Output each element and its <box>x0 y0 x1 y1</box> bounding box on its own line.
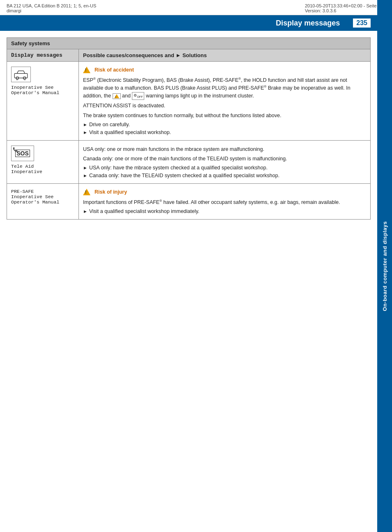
col2-header: Possible causes/consequences and ► Solut… <box>79 49 371 62</box>
row1-bullet1-text: Drive on carefully. <box>89 122 130 127</box>
sidebar-tab: On-board computer and displays <box>377 0 392 532</box>
main-table: Safety systems Display messages Possible… <box>7 37 371 220</box>
row1-para3: The brake system continues to function n… <box>83 112 366 120</box>
column-header-row: Display messages Possible causes/consequ… <box>7 49 371 62</box>
row2-bullet2: ► Canada only: have the TELEAID system c… <box>83 173 366 178</box>
car-icon <box>13 68 29 81</box>
table-row: PRE-SAFE Inoperative See Operator's Manu… <box>7 184 371 220</box>
risk-accident-heading: Risk of accident <box>83 67 366 73</box>
inline-triangle-icon <box>114 94 119 98</box>
bullet-arrow-icon: ► <box>83 165 88 170</box>
table-row: Inoperative See Operator's Manual Risk o… <box>7 62 371 141</box>
row1-right: Risk of accident ESP® (Electronic Stabil… <box>79 62 371 141</box>
bullet-arrow-icon: ► <box>83 209 88 214</box>
row1-para2: ATTENTION ASSIST is deactivated. <box>83 102 366 110</box>
risk-injury-label: Risk of injury <box>95 189 127 195</box>
header-right-line2: Version: 3.0.3.6 <box>305 8 385 13</box>
row3-label: PRE-SAFE Inoperative See Operator's Manu… <box>11 189 74 205</box>
row2-left: 📞 SOS Tele Aid Inoperative <box>7 140 79 184</box>
bullet-arrow-icon: ► <box>83 173 88 178</box>
row2-right: USA only: one or more main functions in … <box>79 140 371 184</box>
row2-bullet1: ► USA only: have the mbrace system check… <box>83 165 366 171</box>
bullet-arrow-icon: ► <box>83 122 88 127</box>
inline-warn-icon <box>113 93 121 99</box>
risk-injury-heading: Risk of injury <box>83 189 366 195</box>
car-icon-box <box>11 67 31 82</box>
page-header: BA 212 USA, CA Edition B 2011; 1; 5, en-… <box>0 0 392 15</box>
row2-para2: Canada only: one or more of the main fun… <box>83 155 366 163</box>
sidebar-tab-label: On-board computer and displays <box>382 221 388 311</box>
phone-icon: 📞 <box>13 147 18 152</box>
warning-triangle-icon <box>83 189 90 195</box>
row2-bullet2-text: Canada only: have the TELEAID system che… <box>89 173 279 178</box>
header-right: 2010-05-20T13:33:46+02:00 - Seite 235 Ve… <box>305 3 385 13</box>
row1-label: Inoperative See Operator's Manual <box>11 85 74 95</box>
page-title-bar: Display messages 235 <box>0 15 377 31</box>
col1-header: Display messages <box>7 49 79 62</box>
row2-label: Tele Aid Inoperative <box>11 164 74 174</box>
section-header-cell: Safety systems <box>7 38 371 49</box>
sos-icon-box: 📞 SOS <box>11 146 34 161</box>
row2-para1: USA only: one or more main functions in … <box>83 146 366 153</box>
row3-right: Risk of injury Important functions of PR… <box>79 184 371 220</box>
row1-left: Inoperative See Operator's Manual <box>7 62 79 141</box>
header-right-line1: 2010-05-20T13:33:46+02:00 - Seite 235 <box>305 3 385 8</box>
row3-bullet1-text: Visit a qualified specialist workshop im… <box>89 208 199 214</box>
risk-accident-label: Risk of accident <box>95 67 134 73</box>
main-content: Safety systems Display messages Possible… <box>7 37 371 220</box>
row3-bullet1: ► Visit a qualified specialist workshop … <box>83 208 366 214</box>
warning-triangle-icon <box>83 67 90 73</box>
page-title: Display messages <box>276 19 340 28</box>
title-right: Display messages 235 <box>276 19 371 28</box>
table-row: 📞 SOS Tele Aid Inoperative USA only: one… <box>7 140 371 184</box>
row1-para1: ESP® (Electronic Stability Program), BAS… <box>83 76 366 100</box>
row3-para1: Important functions of PRE-SAFE® have fa… <box>83 199 366 206</box>
page-number: 235 <box>353 19 371 28</box>
inline-esp-icon: ⚙OFF <box>132 92 144 100</box>
col2-header-text: Possible causes/consequences and ► Solut… <box>83 52 207 58</box>
row1-bullet2-text: Visit a qualified specialist workshop. <box>89 130 171 135</box>
row3-left: PRE-SAFE Inoperative See Operator's Manu… <box>7 184 79 220</box>
row2-bullet1-text: USA only: have the mbrace system checked… <box>89 165 267 171</box>
section-header-row: Safety systems <box>7 38 371 49</box>
row1-bullet2: ► Visit a qualified specialist workshop. <box>83 130 366 135</box>
header-left: BA 212 USA, CA Edition B 2011; 1; 5, en-… <box>7 3 96 13</box>
bullet-arrow-icon: ► <box>83 130 88 135</box>
row1-bullet1: ► Drive on carefully. <box>83 122 366 127</box>
header-left-line1: BA 212 USA, CA Edition B 2011; 1; 5, en-… <box>7 3 96 8</box>
header-left-line2: dimargi <box>7 8 96 13</box>
